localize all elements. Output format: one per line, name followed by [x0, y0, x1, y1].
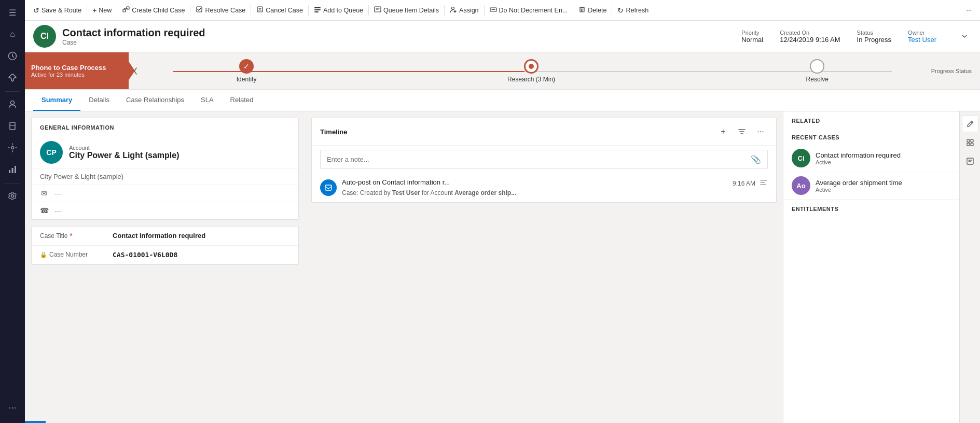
right-tool-notes-button[interactable]: [962, 153, 978, 170]
create-child-case-button[interactable]: Create Child Case: [118, 3, 189, 18]
right-tool-edit-button[interactable]: [962, 116, 978, 132]
account-name[interactable]: City Power & Light (sample): [69, 151, 179, 160]
more-options-button[interactable]: ···: [962, 4, 976, 17]
tab-related[interactable]: Related: [222, 90, 262, 111]
related-case-2-name: Average order shipment time: [816, 179, 951, 187]
timeline-card: Timeline + ··· 📎: [311, 118, 777, 203]
timeline-header: Timeline + ···: [312, 118, 776, 146]
svg-point-1: [11, 101, 15, 105]
hamburger-icon[interactable]: ☰: [2, 2, 23, 23]
timeline-item-time: 9:16 AM: [733, 180, 755, 187]
record-header: CI Contact information required Case Pri…: [25, 21, 980, 52]
status-meta: Status In Progress: [857, 30, 891, 44]
contacts-icon[interactable]: [2, 94, 23, 115]
timeline-item-header: Auto-post on Contact information r... 9:…: [342, 178, 768, 188]
process-step-research[interactable]: Research (3 Min): [507, 59, 555, 83]
right-tools: [959, 111, 980, 423]
svg-rect-11: [314, 7, 321, 8]
attachment-icon[interactable]: 📎: [751, 154, 761, 164]
timeline-more-button[interactable]: ···: [753, 124, 768, 139]
content-area: GENERAL INFORMATION CP Account City Powe…: [25, 111, 980, 423]
queue-details-icon: [374, 6, 381, 15]
assign-button[interactable]: Assign: [446, 3, 483, 18]
add-to-queue-button[interactable]: Add to Queue: [310, 3, 367, 18]
process-stage-pill[interactable]: Phone to Case Process Active for 23 minu…: [25, 52, 129, 89]
new-button[interactable]: + New: [88, 3, 116, 18]
tab-summary[interactable]: Summary: [33, 90, 80, 111]
tabs-bar: Summary Details Case Relationships SLA R…: [25, 90, 980, 111]
related-case-2-info: Average order shipment time Active: [816, 179, 951, 193]
entitlements-section: ENTITLEMENTS: [783, 200, 959, 220]
timeline-item: Auto-post on Contact information r... 9:…: [312, 173, 776, 202]
queue-item-details-button[interactable]: Queue Item Details: [370, 3, 443, 18]
record-metadata: Priority Normal Created On 12/24/2019 9:…: [741, 29, 972, 44]
right-tool-view-button[interactable]: [962, 134, 978, 151]
entitlements-title: ENTITLEMENTS: [783, 200, 959, 216]
related-case-1[interactable]: Ci Contact information required Active: [783, 145, 959, 172]
related-case-2[interactable]: Ao Average order shipment time Active: [783, 172, 959, 200]
pinned-icon[interactable]: [2, 67, 23, 88]
tools-icon[interactable]: [2, 137, 23, 158]
step-research-label: Research (3 Min): [507, 76, 555, 83]
svg-rect-22: [971, 143, 973, 146]
avatar: CI: [33, 25, 56, 48]
svg-rect-19: [967, 139, 970, 142]
timeline-filter-button[interactable]: [735, 124, 749, 139]
step-research-circle: [524, 59, 539, 74]
delete-button[interactable]: Delete: [574, 3, 611, 18]
email-icon: ✉: [40, 189, 48, 198]
reports-icon[interactable]: [2, 159, 23, 180]
record-title: Contact information required: [62, 27, 741, 39]
process-step-identify[interactable]: ✓ Identify: [237, 59, 257, 83]
timeline-add-button[interactable]: +: [716, 124, 730, 139]
case-title-field: Case Title * Contact information require…: [32, 227, 298, 246]
step-identify-label: Identify: [237, 76, 257, 83]
save-route-button[interactable]: ↺ Save & Route: [29, 3, 86, 18]
refresh-button[interactable]: ↻ Refresh: [613, 3, 653, 18]
refresh-icon: ↻: [617, 6, 624, 15]
assign-icon: [450, 6, 457, 15]
tab-details[interactable]: Details: [80, 90, 118, 111]
related-case-2-status: Active: [816, 187, 951, 193]
tab-sla[interactable]: SLA: [192, 90, 222, 111]
recent-cases-title: RECENT CASES: [783, 128, 959, 145]
queue-icon: [314, 6, 321, 15]
svg-rect-23: [967, 158, 973, 164]
related-case-2-avatar: Ao: [792, 176, 810, 195]
timeline-item-body: Case: Created by Test User for Account A…: [342, 189, 768, 196]
timeline-item-content: Auto-post on Contact information r... 9:…: [342, 178, 768, 196]
related-case-1-name: Contact information required: [816, 151, 951, 159]
related-case-1-status: Active: [816, 159, 951, 165]
timeline-reply-button[interactable]: [760, 178, 768, 188]
process-step-resolve[interactable]: Resolve: [806, 59, 829, 83]
resolve-case-button[interactable]: Resolve Case: [191, 3, 250, 18]
new-icon: +: [92, 6, 96, 15]
phone-icon: ☎: [40, 206, 48, 215]
timeline-actions: + ···: [716, 124, 768, 139]
phone-field: ☎ ---: [32, 202, 298, 219]
do-not-decrement-button[interactable]: Do Not Decrement En...: [486, 3, 572, 18]
timeline-item-title: Auto-post on Contact information r...: [342, 178, 450, 186]
svg-rect-6: [15, 166, 16, 173]
account-header: CP Account City Power & Light (sample): [32, 135, 298, 168]
settings-icon[interactable]: [2, 186, 23, 206]
recent-icon[interactable]: [2, 46, 23, 66]
timeline-item-icon: [320, 179, 337, 196]
created-on-meta: Created On 12/24/2019 9:16 AM: [780, 30, 840, 44]
cancel-case-button[interactable]: Cancel Case: [252, 3, 307, 18]
svg-rect-21: [967, 143, 970, 146]
note-input[interactable]: [327, 156, 751, 163]
owner-meta: Owner Test User: [908, 30, 936, 44]
tab-case-relationships[interactable]: Case Relationships: [118, 90, 192, 111]
header-expand-button[interactable]: [957, 29, 972, 44]
svg-rect-5: [12, 168, 13, 173]
bookmarks-icon[interactable]: [2, 116, 23, 136]
step-resolve-circle: [810, 59, 824, 74]
right-panel: RELATED RECENT CASES Ci Contact informat…: [783, 111, 980, 423]
case-number-label: 🔒 Case Number: [40, 251, 113, 258]
case-info-card: Case Title * Contact information require…: [31, 226, 299, 265]
home-icon[interactable]: ⌂: [2, 24, 23, 45]
cancel-icon: [256, 6, 264, 15]
more-nav-icon[interactable]: ···: [2, 397, 23, 418]
step-identify-circle: ✓: [239, 59, 254, 74]
